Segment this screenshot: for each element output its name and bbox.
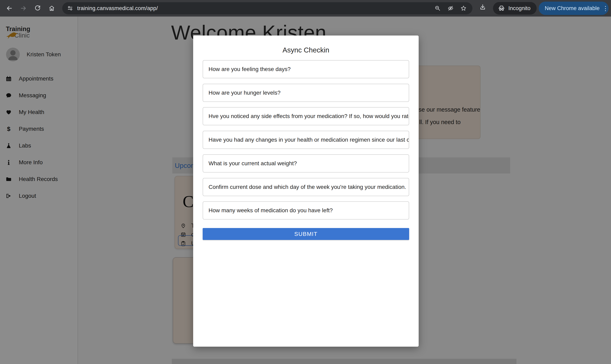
chrome-update-label: New Chrome available [545, 5, 600, 12]
incognito-icon [498, 5, 505, 12]
chrome-update-button[interactable]: New Chrome available ⋮ [539, 2, 609, 15]
modal-title: Async Checkin [193, 46, 419, 54]
back-icon[interactable] [5, 4, 14, 13]
browser-menu-icon[interactable]: ⋮ [602, 5, 609, 12]
question-text: What is your current actual weight? [208, 160, 297, 167]
question-field-7[interactable]: How many weeks of medication do you have… [203, 201, 409, 220]
question-text: Confirm current dose and which day of th… [208, 184, 406, 190]
browser-toolbar: training.canvasmedical.com/app/ Incognit… [0, 0, 611, 16]
question-text: How are you feeling these days? [208, 66, 291, 72]
question-field-4[interactable]: Have you had any changes in your health … [203, 131, 409, 149]
incognito-label: Incognito [508, 5, 531, 12]
forward-icon[interactable] [19, 4, 28, 13]
question-field-1[interactable]: How are you feeling these days? [203, 60, 409, 78]
site-settings-icon[interactable] [67, 5, 73, 12]
home-icon[interactable] [47, 4, 56, 13]
async-checkin-modal: Async Checkin How are you feeling these … [193, 36, 419, 347]
zoom-out-icon[interactable] [434, 5, 441, 12]
question-text: How are your hunger levels? [208, 90, 280, 96]
submit-button[interactable]: SUBMIT [203, 228, 409, 240]
question-field-2[interactable]: How are your hunger levels? [203, 84, 409, 102]
question-field-6[interactable]: Confirm current dose and which day of th… [203, 178, 409, 196]
question-text: How many weeks of medication do you have… [208, 207, 333, 214]
bookmark-star-icon[interactable] [460, 5, 467, 12]
question-text: Have you had any changes in your health … [208, 137, 409, 143]
url-text[interactable]: training.canvasmedical.com/app/ [77, 5, 434, 12]
eye-off-icon[interactable] [447, 5, 454, 12]
url-bar[interactable]: training.canvasmedical.com/app/ [62, 2, 472, 14]
question-field-3[interactable]: Hve you noticed any side effects from yo… [203, 107, 409, 125]
download-icon[interactable] [479, 4, 488, 13]
question-field-5[interactable]: What is your current actual weight? [203, 154, 409, 172]
question-text: Hve you noticed any side effects from yo… [208, 113, 409, 119]
screen: training.canvasmedical.com/app/ Incognit… [0, 0, 611, 364]
reload-icon[interactable] [33, 4, 42, 13]
incognito-badge[interactable]: Incognito [493, 2, 537, 14]
